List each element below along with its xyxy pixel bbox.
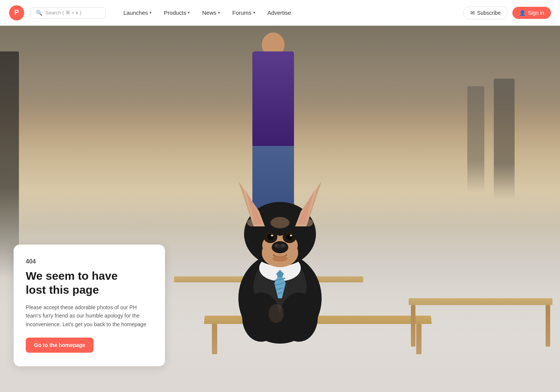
nav-item-forums[interactable]: Forums ▾ [227,6,261,19]
error-title: We seem to have lost this page [26,269,153,297]
svg-point-35 [271,217,289,228]
chevron-down-icon: ▾ [218,10,220,15]
signin-button[interactable]: 👤 Sign in [512,7,551,19]
search-icon: 🔍 [36,10,42,16]
subscribe-icon: ✉ [470,10,475,16]
nav-item-advertise[interactable]: Advertise [262,6,297,19]
go-to-homepage-button[interactable]: Go to the homepage [26,338,93,353]
svg-point-33 [247,219,256,226]
nav-right: ✉ Subscribe 👤 Sign in [463,6,551,19]
signin-icon: 👤 [519,10,526,16]
error-code: 404 [26,258,153,265]
error-card: 404 We seem to have lost this page Pleas… [14,245,165,366]
svg-point-17 [282,245,284,246]
chevron-down-icon: ▾ [253,10,255,15]
svg-point-14 [274,244,280,248]
search-bar[interactable]: 🔍 Search ( ⌘ + k ) [30,7,106,19]
right-person-1 [494,79,515,200]
dog-svg [216,147,344,366]
nav-item-launches[interactable]: Launches ▾ [118,6,157,19]
nav-item-products[interactable]: Products ▾ [159,6,195,19]
dog-image [208,109,352,366]
left-person [0,51,19,278]
chevron-down-icon: ▾ [188,10,190,15]
svg-point-45 [280,293,318,342]
svg-point-26 [290,235,292,237]
subscribe-button[interactable]: ✉ Subscribe [463,6,508,19]
svg-point-13 [272,241,288,253]
nav-links: Launches ▾ Products ▾ News ▾ Forums ▾ Ad… [118,6,460,19]
navbar: P 🔍 Search ( ⌘ + k ) Launches ▾ Products… [0,0,560,26]
logo-icon[interactable]: P [9,5,24,20]
svg-point-22 [271,235,273,237]
hero-background: 404 We seem to have lost this page Pleas… [0,26,560,392]
right-person-2 [467,86,484,192]
svg-point-16 [275,245,277,246]
error-description: Please accept these adorable photos of o… [26,303,153,328]
svg-point-18 [272,256,288,262]
search-placeholder: Search ( ⌘ + k ) [45,10,81,15]
svg-point-34 [304,219,313,226]
chevron-down-icon: ▾ [149,10,152,15]
nav-item-news[interactable]: News ▾ [197,6,226,19]
svg-point-46 [269,304,284,323]
